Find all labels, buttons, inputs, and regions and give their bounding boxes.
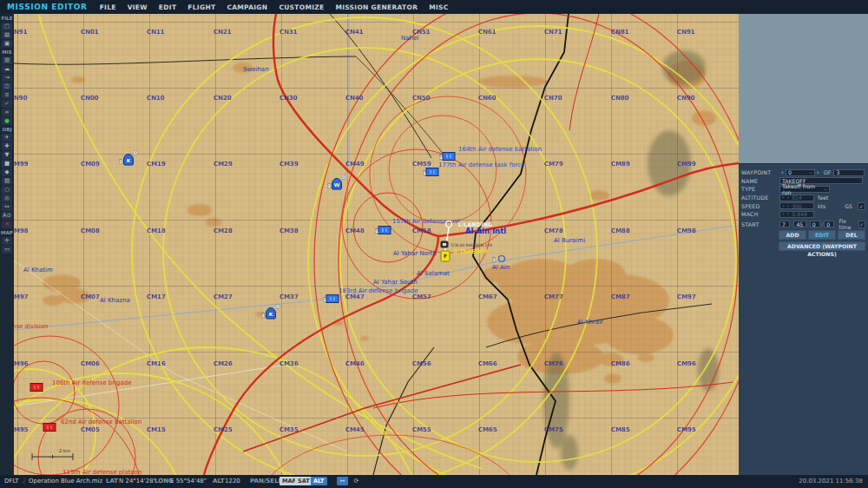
grid-label: CN21 xyxy=(214,29,232,36)
unit-label: 115th Air defense platoon xyxy=(62,469,141,475)
grid-label: CN41 xyxy=(345,29,364,36)
toolbar-labels-icon[interactable]: A⊙ xyxy=(2,212,12,220)
svg-text:1: 1 xyxy=(492,256,496,262)
map-viewport[interactable]: 2 km N91CN01CN11CN21CN31CN41CN51CN61CN71… xyxy=(14,14,739,475)
profile-dropdown[interactable]: DFLT ⌄ xyxy=(4,475,24,488)
grid-label: CN00 xyxy=(81,95,99,102)
start-minutes-input[interactable]: 45 xyxy=(793,221,806,228)
svg-text:0: 0 xyxy=(276,303,279,309)
city-label: Al Ain xyxy=(492,264,510,271)
menu-item-view[interactable]: VIEW xyxy=(128,3,148,11)
toolbar-pan-icon[interactable]: ✛ xyxy=(2,237,12,245)
add-waypoint-button[interactable]: ADD xyxy=(779,230,806,240)
menu-item-misc[interactable]: MISC xyxy=(429,3,448,11)
menu-item-mission-generator[interactable]: MISSION GENERATOR xyxy=(335,3,418,11)
grid-label: M95 xyxy=(14,426,29,433)
map-unit-rect-red[interactable] xyxy=(43,424,56,432)
grid-label: CN91 xyxy=(677,29,695,36)
toolbar-save-mission-icon[interactable]: ▣ xyxy=(2,40,12,48)
toolbar-goals-icon[interactable]: ≡ xyxy=(2,91,12,99)
of-label: OF xyxy=(824,169,832,175)
map-unit-pin-yellow[interactable]: F xyxy=(441,251,450,261)
lat-label: LAT xyxy=(106,475,118,488)
menu-item-edit[interactable]: EDIT xyxy=(159,3,176,11)
grid-label: CM27 xyxy=(214,293,233,300)
toolbar-delete-icon[interactable]: ✕ xyxy=(2,221,12,228)
altitude-stepper[interactable]: ‹ ›814 xyxy=(779,195,814,201)
toolbar-template-icon[interactable]: ▧ xyxy=(2,177,12,185)
toolbar-new-mission-icon[interactable]: ▢ xyxy=(2,23,12,30)
mach-label: MACH xyxy=(741,211,779,217)
advanced-waypoint-actions-button[interactable]: ADVANCED (WAYPOINT ACTIONS) xyxy=(779,241,865,251)
grid-label: CN30 xyxy=(279,95,298,102)
type-dropdown[interactable]: Takeoff from run⌄ xyxy=(779,186,830,193)
toolbar-vehicle-icon[interactable]: ■ xyxy=(2,160,12,168)
grid-label: CM56 xyxy=(412,360,431,367)
toolbar-briefing-icon[interactable]: ▥ xyxy=(2,56,12,64)
grid-label: CM97 xyxy=(677,293,696,300)
city-label: Al Khrair xyxy=(577,319,603,326)
chevron-down-icon: ⌄ xyxy=(809,169,812,175)
map-unit-rect-blue[interactable]: 1 xyxy=(439,153,455,161)
waypoint-next-button[interactable]: › xyxy=(815,169,821,176)
map-unit-rect-blue[interactable]: 1 xyxy=(375,227,391,234)
gs-label: GS xyxy=(845,203,852,209)
toolbar-ship-icon[interactable]: ▼ xyxy=(2,151,12,159)
svg-text:K: K xyxy=(269,311,273,317)
grid-label: CN81 xyxy=(611,29,629,36)
refresh-icon[interactable]: ⟳ xyxy=(351,477,362,485)
waypoint-panel: WAYPOINT ‹ 0⌄ › OF 3 NAME TAKEOFF TYPE xyxy=(739,163,868,475)
alt-view-button[interactable]: ALT xyxy=(311,477,327,485)
grid-label: CM49 xyxy=(345,161,365,168)
toolbar-route-icon[interactable]: ↝ xyxy=(2,74,12,82)
app-title: MISSION EDITOR xyxy=(7,3,88,11)
toolbar-mission-check-icon[interactable]: ● xyxy=(2,117,12,125)
start-seconds-input[interactable]: 0 xyxy=(810,221,820,228)
toolbar-measure-icon[interactable]: ↔ xyxy=(2,203,12,211)
toolbar-static-object-icon[interactable]: ◆ xyxy=(2,168,12,176)
gs-checkbox[interactable]: ✓ xyxy=(858,202,865,210)
map-canvas[interactable]: 2 km N91CN01CN11CN21CN31CN41CN51CN61CN71… xyxy=(14,14,739,475)
grid-label: CM25 xyxy=(214,426,233,433)
beacon-label: TCN 60 RHU ALN 119 xyxy=(450,243,492,247)
toolbar-rules-icon[interactable]: ◫ xyxy=(2,82,12,90)
start-label: START xyxy=(741,221,779,228)
mach-stepper[interactable]: ‹ ›0.444 xyxy=(779,211,814,218)
grid-label: CN61 xyxy=(478,29,496,36)
waypoint-prev-button[interactable]: ‹ xyxy=(779,169,786,176)
grid-label: CM39 xyxy=(279,161,299,168)
toolbar-ruler-icon[interactable]: ▭ xyxy=(2,246,12,254)
toolbar-zone-icon[interactable]: ◎ xyxy=(2,195,12,202)
waypoint-index-select[interactable]: 0⌄ xyxy=(786,169,815,176)
alt-value: 1220 xyxy=(225,475,240,488)
toolbar-airplane-icon[interactable]: ✈ xyxy=(2,134,12,142)
city-label: Al Khatim xyxy=(23,267,53,274)
mission-filename: Operation Blue Arch.miz xyxy=(29,475,102,488)
menu-item-flight[interactable]: FLIGHT xyxy=(187,3,215,11)
grid-label: CM89 xyxy=(611,161,630,168)
toolbar-chain-icon[interactable]: ∞ xyxy=(2,109,12,116)
speed-stepper[interactable]: ‹ ›300 xyxy=(779,202,814,209)
speed-label: SPEED xyxy=(741,203,779,209)
menu-items: FILEVIEWEDITFLIGHTCAMPAIGNCUSTOMIZEMISSI… xyxy=(100,3,460,11)
map-unit-rect-blue[interactable]: 1 xyxy=(423,168,438,176)
map-unit-rect-blue[interactable]: 1 xyxy=(323,295,339,303)
map-unit-rect-red[interactable] xyxy=(30,384,43,392)
toolbar-open-mission-icon[interactable]: ▤ xyxy=(2,31,12,39)
toolbar-options-icon[interactable]: ✓ xyxy=(2,100,12,108)
menu-item-campaign[interactable]: CAMPAIGN xyxy=(227,3,267,11)
menu-item-file[interactable]: FILE xyxy=(100,3,116,11)
toolbar-farp-icon[interactable]: ○ xyxy=(2,186,12,194)
delete-waypoint-button[interactable]: DEL xyxy=(838,230,865,240)
start-day-input[interactable]: 0 xyxy=(824,221,834,228)
start-hours-input[interactable]: 7 xyxy=(779,221,790,228)
menu-item-customize[interactable]: CUSTOMIZE xyxy=(279,3,324,11)
measure-icon[interactable]: ⇿ xyxy=(337,477,348,485)
toolbar-weather-icon[interactable]: ☁ xyxy=(2,65,12,73)
toolbar-helicopter-icon[interactable]: ✚ xyxy=(2,142,12,150)
sat-view-button[interactable]: SAT xyxy=(295,477,312,485)
edit-waypoint-button[interactable]: EDIT xyxy=(808,230,836,240)
grid-label: CM18 xyxy=(147,228,166,234)
fixtime-checkbox[interactable]: ✓ xyxy=(858,221,865,228)
left-toolbar: FILE▢▤▣MIS▥☁↝◫≡✓∞●OBJ✈✚▼■◆▧○◎↔A⊙✕MAP✛▭ xyxy=(0,14,14,475)
